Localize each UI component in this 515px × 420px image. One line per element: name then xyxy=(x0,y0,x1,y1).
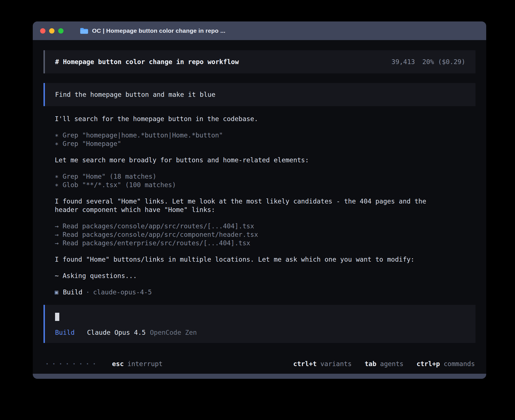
traffic-lights xyxy=(40,28,64,34)
tool-call-grep: ∗ Grep "Home" (18 matches) xyxy=(55,172,475,181)
assistant-transcript: I'll search for the homepage button in t… xyxy=(55,115,475,296)
input-meta-row: Build Claude Opus 4.5 OpenCode Zen xyxy=(55,329,465,336)
asking-questions-status: ~ Asking questions... xyxy=(55,272,475,280)
hint-agents: tab agents xyxy=(365,360,403,368)
assistant-paragraph: I'll search for the homepage button in t… xyxy=(55,115,475,123)
tool-call-grep: ∗ Grep "Homepage" xyxy=(55,139,475,148)
mode-indicator: Build xyxy=(55,329,75,336)
terminal-content: # Homepage button color change in repo w… xyxy=(33,40,486,374)
hint-commands: ctrl+p commands xyxy=(416,360,475,368)
text-cursor xyxy=(55,313,59,321)
tool-call-glob: ∗ Glob "**/*.tsx" (100 matches) xyxy=(55,181,475,189)
session-stats: 39,41320% ($0.29) xyxy=(392,58,465,65)
spinner-dots: ········ xyxy=(45,360,99,368)
assistant-paragraph: I found several "Home" links. Let me loo… xyxy=(55,197,444,214)
user-message-text: Find the homepage button and make it blu… xyxy=(55,91,215,98)
prompt-input[interactable]: Build Claude Opus 4.5 OpenCode Zen xyxy=(43,305,475,343)
close-button[interactable] xyxy=(40,28,45,34)
window-title: OC | Homepage button color change in rep… xyxy=(92,27,225,34)
agent-status-row: ▣ Build · claude-opus-4-5 xyxy=(55,288,475,296)
model-indicator: Claude Opus 4.5 xyxy=(87,329,146,336)
context-usage: 20% ($0.29) xyxy=(422,58,465,65)
token-count: 39,413 xyxy=(392,58,415,65)
provider-indicator: OpenCode Zen xyxy=(150,329,197,336)
hint-interrupt: esc interrupt xyxy=(112,360,163,368)
assistant-paragraph: Let me search more broadly for buttons a… xyxy=(55,156,475,164)
assistant-paragraph: I found "Home" buttons/links in multiple… xyxy=(55,255,475,264)
agent-separator: · xyxy=(86,288,90,296)
agent-name: Build xyxy=(63,288,82,296)
tool-call-read: → Read packages/console/app/src/routes/[… xyxy=(55,222,475,230)
tool-call-read: → Read packages/enterprise/src/routes/[.… xyxy=(55,239,475,247)
minimize-button[interactable] xyxy=(49,28,54,34)
agent-model: claude-opus-4-5 xyxy=(93,288,152,296)
agent-icon: ▣ xyxy=(55,288,58,296)
session-title: # Homepage button color change in repo w… xyxy=(55,58,239,65)
tool-call-read: → Read packages/console/app/src/componen… xyxy=(55,230,475,239)
terminal-window: OC | Homepage button color change in rep… xyxy=(33,21,486,379)
hint-variants: ctrl+t variants xyxy=(293,360,352,368)
status-bar: ········ esc interrupt ctrl+t variants t… xyxy=(43,356,475,374)
window-titlebar[interactable]: OC | Homepage button color change in rep… xyxy=(33,21,486,40)
session-header: # Homepage button color change in repo w… xyxy=(43,50,475,73)
folder-icon xyxy=(80,27,88,34)
user-message-quote: Find the homepage button and make it blu… xyxy=(43,83,475,106)
tool-call-grep: ∗ Grep "homepage|home.*button|Home.*butt… xyxy=(55,131,475,139)
zoom-button[interactable] xyxy=(58,28,64,34)
